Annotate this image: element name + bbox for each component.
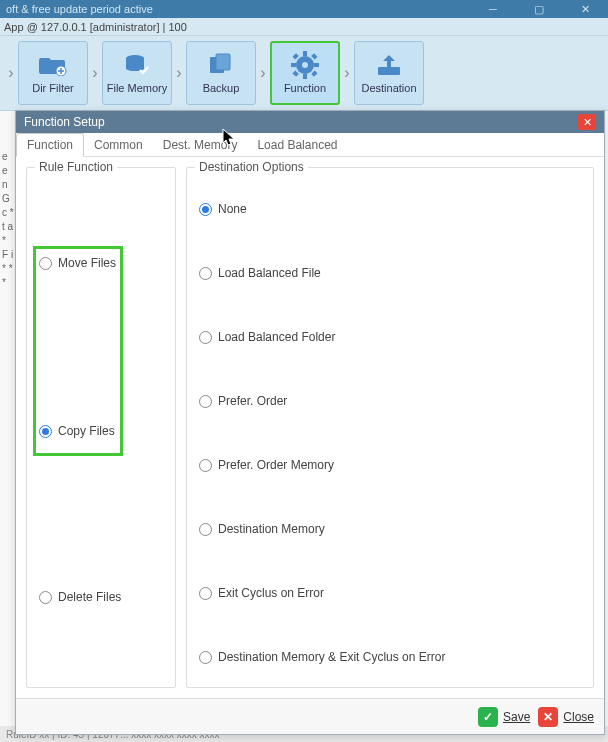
radio-icon xyxy=(199,203,212,216)
toolbar-label: Destination xyxy=(361,82,416,94)
radio-label: Move Files xyxy=(58,256,116,270)
close-button[interactable]: ✕ Close xyxy=(538,707,594,727)
toolbar-file-memory-button[interactable]: File Memory xyxy=(102,41,172,105)
radio-icon xyxy=(199,523,212,536)
radio-label: Destination Memory & Exit Cyclus on Erro… xyxy=(218,650,445,664)
radio-icon xyxy=(39,591,52,604)
rule-function-title: Rule Function xyxy=(35,160,117,174)
radio-icon xyxy=(199,587,212,600)
toolbar-function-button[interactable]: Function xyxy=(270,41,340,105)
radio-none[interactable]: None xyxy=(197,196,583,222)
chevron-right-icon: › xyxy=(340,64,354,82)
svg-rect-14 xyxy=(311,70,317,76)
save-label: Save xyxy=(503,710,530,724)
dialog-tabs: Function Common Dest. Memory Load Balanc… xyxy=(16,133,604,157)
svg-rect-15 xyxy=(378,67,400,75)
toolbar-label: Backup xyxy=(203,82,240,94)
radio-icon xyxy=(199,395,212,408)
toolbar-label: File Memory xyxy=(107,82,168,94)
toolbar-dir-filter-button[interactable]: Dir Filter xyxy=(18,41,88,105)
chevron-right-icon: › xyxy=(4,64,18,82)
radio-prefer-order-memory[interactable]: Prefer. Order Memory xyxy=(197,452,583,478)
radio-icon xyxy=(39,257,52,270)
titlebar-text: oft & free update period active xyxy=(6,3,153,15)
toolbar-backup-button[interactable]: Backup xyxy=(186,41,256,105)
radio-destination-memory[interactable]: Destination Memory xyxy=(197,516,583,542)
chevron-right-icon: › xyxy=(88,64,102,82)
svg-point-6 xyxy=(302,62,308,68)
background-text-fragment: e e n G c * t a * F i * * * xyxy=(0,150,14,290)
radio-icon xyxy=(199,267,212,280)
window-close-button[interactable]: ✕ xyxy=(562,0,608,18)
function-setup-dialog: Function Setup ✕ Function Common Dest. M… xyxy=(15,110,605,735)
toolbar-destination-button[interactable]: Destination xyxy=(354,41,424,105)
folder-plus-icon xyxy=(37,52,69,78)
radio-exit-cyclus-on-error[interactable]: Exit Cyclus on Error xyxy=(197,580,583,606)
radio-label: Destination Memory xyxy=(218,522,325,536)
svg-rect-10 xyxy=(314,63,319,67)
radio-label: Exit Cyclus on Error xyxy=(218,586,324,600)
radio-label: Load Balanced Folder xyxy=(218,330,335,344)
dialog-title-text: Function Setup xyxy=(24,115,105,129)
status-line: App @ 127.0.0.1 [administrator] | 100 xyxy=(0,18,608,36)
toolbar-label: Function xyxy=(284,82,326,94)
radio-load-balanced-file[interactable]: Load Balanced File xyxy=(197,260,583,286)
svg-rect-12 xyxy=(311,53,317,59)
check-icon: ✓ xyxy=(478,707,498,727)
save-button[interactable]: ✓ Save xyxy=(478,707,530,727)
files-icon xyxy=(205,52,237,78)
radio-label: Copy Files xyxy=(58,424,115,438)
window-titlebar: oft & free update period active ─ ▢ ✕ xyxy=(0,0,608,18)
radio-label: None xyxy=(218,202,247,216)
window-maximize-button[interactable]: ▢ xyxy=(516,0,562,18)
radio-icon xyxy=(199,331,212,344)
svg-rect-13 xyxy=(292,70,298,76)
destination-options-title: Destination Options xyxy=(195,160,308,174)
radio-copy-files[interactable]: Copy Files xyxy=(37,418,165,444)
svg-rect-7 xyxy=(303,51,307,56)
radio-prefer-order[interactable]: Prefer. Order xyxy=(197,388,583,414)
radio-label: Prefer. Order xyxy=(218,394,287,408)
tab-function[interactable]: Function xyxy=(16,133,84,157)
toolbar-label: Dir Filter xyxy=(32,82,74,94)
radio-delete-files[interactable]: Delete Files xyxy=(37,584,165,610)
chevron-right-icon: › xyxy=(256,64,270,82)
svg-rect-8 xyxy=(303,74,307,79)
dialog-close-button[interactable]: ✕ xyxy=(578,114,596,130)
status-text: App @ 127.0.0.1 [administrator] | 100 xyxy=(4,21,187,33)
radio-move-files[interactable]: Move Files xyxy=(37,250,165,276)
upload-icon xyxy=(373,52,405,78)
svg-rect-4 xyxy=(216,54,230,70)
window-minimize-button[interactable]: ─ xyxy=(470,0,516,18)
dialog-body: Rule Function Move Files Copy Files Dele… xyxy=(16,157,604,698)
radio-destination-memory-and-exit[interactable]: Destination Memory & Exit Cyclus on Erro… xyxy=(197,644,583,670)
radio-icon xyxy=(199,651,212,664)
radio-icon xyxy=(199,459,212,472)
svg-rect-9 xyxy=(291,63,296,67)
svg-rect-11 xyxy=(292,53,298,59)
radio-load-balanced-folder[interactable]: Load Balanced Folder xyxy=(197,324,583,350)
rule-function-group: Rule Function Move Files Copy Files Dele… xyxy=(26,167,176,688)
close-icon: ✕ xyxy=(538,707,558,727)
destination-options-group: Destination Options None Load Balanced F… xyxy=(186,167,594,688)
close-label: Close xyxy=(563,710,594,724)
database-check-icon xyxy=(121,52,153,78)
main-toolbar: › Dir Filter › File Memory › Backup › Fu… xyxy=(0,36,608,111)
gear-icon xyxy=(289,52,321,78)
tab-load-balanced[interactable]: Load Balanced xyxy=(247,134,347,156)
dialog-titlebar: Function Setup ✕ xyxy=(16,111,604,133)
radio-icon xyxy=(39,425,52,438)
tab-dest-memory[interactable]: Dest. Memory xyxy=(153,134,248,156)
radio-label: Load Balanced File xyxy=(218,266,321,280)
radio-label: Delete Files xyxy=(58,590,121,604)
chevron-right-icon: › xyxy=(172,64,186,82)
tab-common[interactable]: Common xyxy=(84,134,153,156)
dialog-footer: ✓ Save ✕ Close xyxy=(16,698,604,734)
radio-label: Prefer. Order Memory xyxy=(218,458,334,472)
